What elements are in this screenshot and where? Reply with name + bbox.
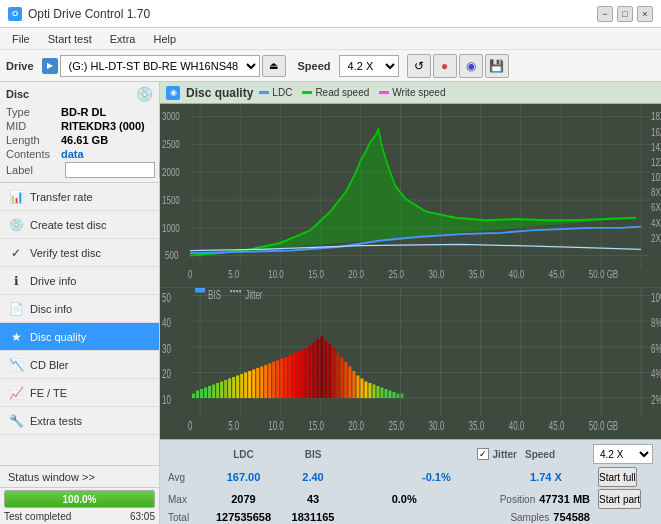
menu-file[interactable]: File [4, 31, 38, 47]
svg-text:20: 20 [162, 368, 171, 381]
svg-rect-99 [336, 353, 339, 398]
nav-verify-test[interactable]: ✓ Verify test disc [0, 239, 159, 267]
svg-rect-64 [196, 391, 199, 399]
disc-panel-title: Disc [6, 88, 29, 100]
lower-chart-svg: 50 40 30 20 10 10% 8% 6% 4% 2% 0 5.0 10.… [160, 288, 661, 439]
menu-start-test[interactable]: Start test [40, 31, 100, 47]
svg-rect-95 [320, 336, 323, 398]
svg-text:10X: 10X [651, 172, 661, 183]
fe-te-label: FE / TE [30, 387, 67, 399]
nav-transfer-rate[interactable]: 📊 Transfer rate [0, 183, 159, 211]
nav-fe-te[interactable]: 📈 FE / TE [0, 379, 159, 407]
mid-value: RITEKDR3 (000) [61, 120, 145, 132]
svg-rect-72 [228, 379, 231, 399]
nav-create-test[interactable]: 💿 Create test disc [0, 211, 159, 239]
refresh-button[interactable]: ↺ [407, 54, 431, 78]
speed-stat-select[interactable]: 4.2 X [593, 444, 653, 464]
read-speed-label: Read speed [315, 87, 369, 98]
avg-speed: 1.74 X [530, 471, 562, 483]
nav-disc-info[interactable]: 📄 Disc info [0, 295, 159, 323]
legend-write-speed: Write speed [379, 87, 445, 98]
svg-text:40.0: 40.0 [509, 419, 525, 432]
svg-rect-93 [312, 343, 315, 399]
read-speed-color [302, 91, 312, 94]
speed-label: Speed [298, 60, 331, 72]
speed-select[interactable]: 4.2 X [339, 55, 399, 77]
nav-disc-quality[interactable]: ★ Disc quality [0, 323, 159, 351]
disc-quality-label: Disc quality [30, 331, 86, 343]
svg-text:1500: 1500 [162, 195, 180, 206]
svg-text:14X: 14X [651, 142, 661, 153]
save-button[interactable]: 💾 [485, 54, 509, 78]
status-time: 63:05 [130, 511, 155, 522]
svg-text:30: 30 [162, 342, 171, 355]
disc-info-button[interactable]: ● [433, 54, 457, 78]
svg-rect-108 [372, 385, 375, 399]
svg-rect-109 [376, 386, 379, 398]
svg-text:16X: 16X [651, 127, 661, 138]
legend-ldc: LDC [259, 87, 292, 98]
drive-select[interactable]: (G:) HL-DT-ST BD-RE WH16NS48 1.D3 [60, 55, 260, 77]
max-jitter: 0.0% [392, 493, 417, 505]
svg-rect-73 [232, 377, 235, 398]
verify-test-icon: ✓ [8, 246, 24, 260]
close-button[interactable]: × [637, 6, 653, 22]
svg-rect-85 [280, 359, 283, 398]
svg-text:40: 40 [162, 317, 171, 330]
jitter-col-header: Jitter [493, 449, 517, 460]
drive-eject-button[interactable]: ⏏ [262, 55, 286, 77]
svg-rect-82 [268, 364, 271, 399]
drive-info-label: Drive info [30, 275, 76, 287]
svg-rect-76 [244, 373, 247, 399]
upper-chart-svg: 3000 2500 2000 1500 1000 500 18X 16X 14X… [160, 104, 661, 287]
max-ldc: 2079 [206, 493, 281, 505]
menu-help[interactable]: Help [145, 31, 184, 47]
nav-cd-bler[interactable]: 📉 CD Bler [0, 351, 159, 379]
svg-rect-75 [240, 374, 243, 398]
avg-label: Avg [168, 472, 198, 483]
svg-text:30.0: 30.0 [429, 419, 445, 432]
label-input[interactable] [65, 162, 155, 178]
svg-rect-113 [392, 392, 395, 398]
nav-drive-info[interactable]: ℹ Drive info [0, 267, 159, 295]
create-test-icon: 💿 [8, 218, 24, 232]
nav-extra-tests[interactable]: 🔧 Extra tests [0, 407, 159, 435]
content-area: ◉ Disc quality LDC Read speed Write spee… [160, 82, 661, 524]
write-button[interactable]: ◉ [459, 54, 483, 78]
start-part-button[interactable]: Start part [598, 489, 641, 509]
disc-info-icon: 📄 [8, 302, 24, 316]
svg-text:2000: 2000 [162, 167, 180, 178]
svg-text:6%: 6% [651, 342, 661, 355]
status-window-label: Status window >> [8, 471, 95, 483]
max-label: Max [168, 494, 198, 505]
start-full-button[interactable]: Start full [598, 467, 637, 487]
label-label: Label [6, 164, 61, 176]
svg-text:15.0: 15.0 [308, 419, 324, 432]
svg-rect-137 [195, 288, 205, 293]
svg-text:4X: 4X [651, 218, 661, 229]
fe-te-icon: 📈 [8, 386, 24, 400]
status-window-button[interactable]: Status window >> [0, 466, 159, 488]
create-test-label: Create test disc [30, 219, 106, 231]
minimize-button[interactable]: − [597, 6, 613, 22]
cd-bler-label: CD Bler [30, 359, 69, 371]
svg-rect-87 [288, 356, 291, 398]
svg-text:4%: 4% [651, 368, 661, 381]
svg-rect-90 [300, 350, 303, 398]
total-ldc: 127535658 [206, 511, 281, 523]
svg-text:8%: 8% [651, 317, 661, 330]
svg-text:10.0: 10.0 [268, 419, 284, 432]
total-label: Total [168, 512, 198, 523]
maximize-button[interactable]: □ [617, 6, 633, 22]
menu-extra[interactable]: Extra [102, 31, 144, 47]
ldc-label: LDC [272, 87, 292, 98]
svg-rect-0 [160, 104, 661, 287]
jitter-checkbox[interactable]: ✓ [477, 448, 489, 460]
disc-quality-icon: ★ [8, 330, 24, 344]
upper-chart: 3000 2500 2000 1500 1000 500 18X 16X 14X… [160, 104, 661, 288]
bis-col-header: BIS [283, 449, 343, 460]
svg-text:6X: 6X [651, 203, 661, 214]
svg-rect-114 [396, 394, 399, 399]
verify-test-label: Verify test disc [30, 247, 101, 259]
svg-text:Jitter: Jitter [245, 288, 263, 301]
